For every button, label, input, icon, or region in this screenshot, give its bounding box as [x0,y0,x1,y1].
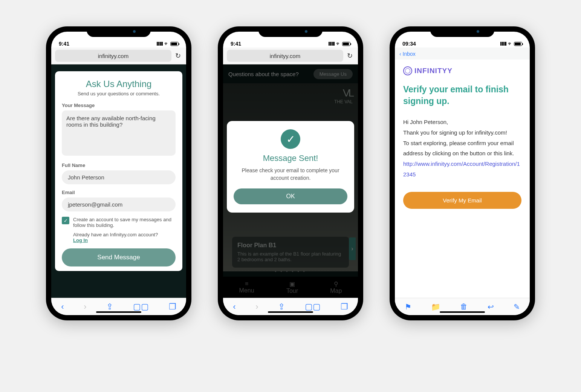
flag-icon[interactable]: ⚑ [405,302,411,311]
notch [258,26,323,37]
reply-icon[interactable]: ↩ [488,302,494,311]
wifi-icon: ᯤ [336,41,341,46]
share-icon[interactable]: ⇪ [278,302,285,312]
home-indicator[interactable] [440,311,485,313]
bookmarks-icon[interactable]: ▢▢ [305,302,321,312]
share-icon[interactable]: ⇪ [106,302,113,312]
status-time: 9:41 [231,41,241,47]
notch [430,26,494,37]
signal-icon [500,41,506,47]
screen-1: 9:41 ᯤ infinityy.com ↻ Ask Us Anything S… [51,32,186,315]
create-account-row[interactable]: ✓ Create an account to save my messages … [62,217,176,228]
status-icons: ᯤ [500,41,522,47]
battery-icon [342,42,350,46]
browser-url-bar: infinityy.com ↻ [223,47,358,64]
modal-title: Message Sent! [234,153,347,163]
signal-icon [157,41,163,47]
checkbox-label: Create an account to save my messages an… [73,217,176,228]
page-body: Questions about the space? Message Us VL… [223,64,358,298]
login-prompt: Already have an Infinityy.com account? [73,232,158,237]
screen-2: 9:41 ᯤ infinityy.com ↻ Questions about t… [223,32,358,315]
back-to-inbox[interactable]: ‹ Inbox [399,51,416,57]
back-icon[interactable]: ‹ [233,302,235,312]
mail-greeting: Hi John Peterson, [403,117,521,127]
email-label: Email [62,190,176,195]
send-message-button[interactable]: Send Message [62,248,176,266]
mail-text: Hi John Peterson, Thank you for signing … [403,117,521,180]
card-subtitle: Send us your questions or comments. [62,91,176,96]
mail-heading: Verify your email to finish signing up. [403,84,521,107]
name-input[interactable] [62,170,176,184]
home-indicator[interactable] [268,311,313,313]
logo-mark-icon [403,66,412,75]
status-time: 9:41 [59,41,69,47]
battery-icon [514,42,522,46]
mail-nav: ‹ Inbox [395,47,530,60]
phone-frame-2: 9:41 ᯤ infinityy.com ↻ Questions about t… [218,26,363,320]
browser-url-bar: infinityy.com ↻ [51,47,186,64]
ok-button[interactable]: OK [234,188,347,204]
verification-link[interactable]: http://www.infinityy.com/Account/Registr… [403,161,520,178]
login-prompt-row: Already have an Infinityy.com account? L… [62,232,176,243]
back-icon[interactable]: ‹ [61,302,64,312]
reload-icon[interactable]: ↻ [174,52,182,60]
email-input[interactable] [62,198,176,211]
forward-icon: › [255,302,258,312]
ask-card: Ask Us Anything Send us your questions o… [55,71,182,271]
phone-frame-3: 09:34 ᯤ ‹ Inbox INFINITYY Verify your em… [390,26,535,320]
notch [87,26,151,37]
mail-line1: Thank you for signing up for infinityy.c… [403,127,521,138]
page-body: Ask Us Anything Send us your questions o… [51,64,186,298]
mail-content: INFINITYY Verify your email to finish si… [395,60,530,298]
login-link[interactable]: Log In [73,237,88,243]
wifi-icon: ᯤ [508,41,512,46]
message-sent-modal: ✓ Message Sent! Please check your email … [227,121,354,213]
verify-email-button[interactable]: Verify My Email [403,192,521,209]
home-indicator[interactable] [96,311,141,313]
tabs-icon[interactable]: ❐ [169,302,176,312]
trash-icon[interactable]: 🗑 [460,302,468,311]
logo-text: INFINITYY [414,67,453,75]
message-textarea[interactable]: Are there any available north-facing roo… [62,110,176,156]
wifi-icon: ᯤ [164,41,169,46]
card-title: Ask Us Anything [62,79,176,89]
url-field[interactable]: infinityy.com [55,50,171,62]
mail-body: ‹ Inbox INFINITYY Verify your email to f… [395,47,530,315]
url-field[interactable]: infinityy.com [227,50,343,62]
compose-icon[interactable]: ✎ [514,302,520,311]
mail-line2: To start exploring, please confirm your … [403,138,521,159]
name-label: Full Name [62,162,176,168]
status-icons: ᯤ [329,41,350,47]
reload-icon[interactable]: ↻ [346,52,354,60]
infinityy-logo: INFINITYY [403,66,521,75]
screen-3: 09:34 ᯤ ‹ Inbox INFINITYY Verify your em… [395,32,530,315]
tabs-icon[interactable]: ❐ [341,302,348,312]
message-label: Your Message [62,103,176,108]
status-icons: ᯤ [157,41,179,47]
signal-icon [329,41,335,47]
folder-icon[interactable]: 📁 [431,302,440,311]
check-circle-icon: ✓ [281,129,300,149]
bookmarks-icon[interactable]: ▢▢ [133,302,149,312]
status-time: 09:34 [402,41,416,47]
modal-body: Please check your email to complete your… [234,167,347,182]
battery-icon [170,42,179,46]
phone-frame-1: 9:41 ᯤ infinityy.com ↻ Ask Us Anything S… [46,26,191,320]
checkbox-checked-icon[interactable]: ✓ [62,217,69,224]
forward-icon: › [84,302,86,312]
